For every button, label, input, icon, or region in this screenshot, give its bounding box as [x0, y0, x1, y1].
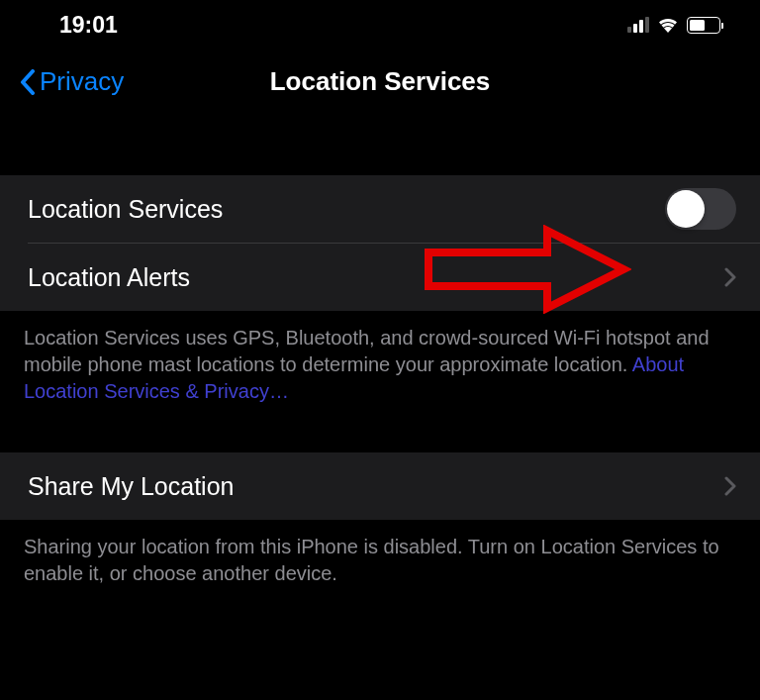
cellular-signal-icon [627, 17, 649, 33]
chevron-right-icon [724, 267, 736, 287]
settings-group-2: Share My Location [0, 452, 760, 520]
battery-icon [687, 17, 720, 34]
location-services-label: Location Services [28, 195, 223, 224]
footer-text-content: Location Services uses GPS, Bluetooth, a… [24, 327, 710, 375]
navigation-header: Privacy Location Services [0, 50, 760, 114]
back-label: Privacy [40, 66, 124, 97]
chevron-left-icon [20, 69, 36, 95]
share-my-location-row[interactable]: Share My Location [0, 452, 760, 520]
share-my-location-label: Share My Location [28, 472, 234, 501]
location-services-row: Location Services [0, 175, 760, 243]
settings-group-1: Location Services Location Alerts [0, 175, 760, 311]
share-footer-content: Sharing your location from this iPhone i… [24, 536, 719, 584]
location-alerts-row[interactable]: Location Alerts [0, 244, 760, 311]
share-location-footer: Sharing your location from this iPhone i… [0, 520, 760, 605]
wifi-icon [657, 17, 679, 33]
chevron-right-icon [724, 476, 736, 496]
location-alerts-label: Location Alerts [28, 263, 190, 292]
back-button[interactable]: Privacy [20, 66, 124, 97]
toggle-knob [667, 190, 705, 228]
status-icons [627, 17, 720, 34]
status-time: 19:01 [59, 12, 118, 39]
status-bar: 19:01 [0, 0, 760, 50]
page-title: Location Services [270, 66, 491, 97]
location-services-footer: Location Services uses GPS, Bluetooth, a… [0, 311, 760, 423]
location-services-toggle[interactable] [665, 188, 736, 230]
